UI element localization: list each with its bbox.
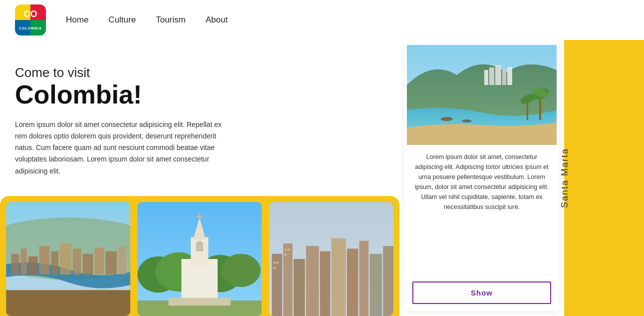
church-svg	[137, 202, 262, 316]
svg-rect-19	[105, 251, 117, 274]
hero-text: Come to visit Colombia! Lorem ipsum dolo…	[0, 40, 399, 187]
show-button[interactable]: Show	[412, 282, 551, 304]
svg-rect-12	[28, 256, 38, 274]
svg-rect-10	[11, 254, 19, 274]
nav-culture[interactable]: Culture	[108, 15, 136, 25]
city-image-2	[137, 202, 262, 316]
svg-text:CO: CO	[24, 9, 37, 19]
main-nav: Home Culture Tourism About	[66, 15, 228, 25]
destination-image	[404, 45, 559, 145]
site-logo[interactable]: CO COLOMBIA	[15, 4, 46, 36]
svg-rect-42	[359, 241, 368, 316]
destination-description: Lorem ipsum dolor sit amet, consectetur …	[412, 152, 551, 270]
beach-svg	[404, 45, 559, 145]
destination-vertical-label: Santa Marta	[560, 148, 570, 208]
yellow-accent	[564, 40, 644, 316]
svg-rect-38	[306, 246, 319, 316]
svg-point-63	[462, 120, 472, 122]
left-panel: Come to visit Colombia! Lorem ipsum dolo…	[0, 40, 399, 316]
main-content: Come to visit Colombia! Lorem ipsum dolo…	[0, 40, 644, 316]
svg-rect-54	[495, 65, 501, 85]
svg-rect-50	[285, 254, 287, 256]
svg-point-62	[441, 117, 453, 121]
nav-home[interactable]: Home	[66, 15, 88, 25]
svg-rect-18	[95, 248, 104, 274]
aerial-city-svg	[6, 202, 130, 316]
svg-rect-15	[60, 244, 71, 274]
svg-point-26	[222, 254, 261, 287]
city-image-1	[6, 202, 130, 316]
hero-description: Lorem ipsum dolor sit amet consectetur a…	[15, 119, 225, 176]
right-panel: Santa Marta	[399, 40, 644, 316]
card-divider	[412, 274, 551, 274]
svg-rect-45	[273, 262, 275, 264]
svg-rect-13	[39, 246, 50, 274]
svg-point-65	[455, 130, 458, 131]
svg-rect-14	[51, 251, 58, 274]
svg-rect-49	[288, 248, 290, 250]
logo-svg: CO COLOMBIA	[15, 4, 46, 36]
hero-subtitle: Come to visit	[15, 65, 384, 80]
svg-rect-46	[276, 262, 278, 264]
svg-rect-21	[6, 290, 130, 316]
svg-rect-55	[502, 69, 506, 85]
svg-rect-48	[285, 248, 287, 250]
svg-rect-17	[83, 254, 93, 274]
svg-rect-39	[320, 251, 330, 316]
svg-rect-16	[73, 248, 81, 274]
site-header: CO COLOMBIA Home Culture Tourism About	[0, 0, 644, 40]
hero-title: Colombia!	[15, 80, 384, 109]
svg-rect-53	[489, 68, 494, 85]
images-row-inner	[0, 196, 399, 316]
svg-rect-11	[20, 248, 26, 274]
city-image-3	[269, 202, 393, 316]
svg-rect-37	[294, 259, 305, 316]
destination-card: Lorem ipsum dolor sit amet, consectetur …	[404, 45, 559, 311]
svg-rect-31	[197, 216, 203, 218]
svg-text:COLOMBIA: COLOMBIA	[19, 26, 42, 30]
svg-rect-41	[346, 248, 358, 316]
svg-rect-20	[118, 246, 126, 274]
svg-rect-47	[273, 267, 275, 269]
svg-rect-52	[484, 70, 488, 85]
nav-tourism[interactable]: Tourism	[156, 15, 186, 25]
card-body: Lorem ipsum dolor sit amet, consectetur …	[404, 145, 559, 311]
nav-about[interactable]: About	[206, 15, 228, 25]
svg-rect-33	[169, 298, 231, 306]
svg-rect-40	[331, 238, 345, 316]
svg-rect-36	[283, 244, 293, 316]
svg-rect-56	[507, 67, 512, 85]
modern-city-svg	[269, 202, 393, 316]
images-row	[0, 196, 399, 316]
svg-rect-43	[369, 254, 382, 316]
svg-rect-44	[383, 246, 393, 316]
svg-point-64	[430, 128, 433, 130]
